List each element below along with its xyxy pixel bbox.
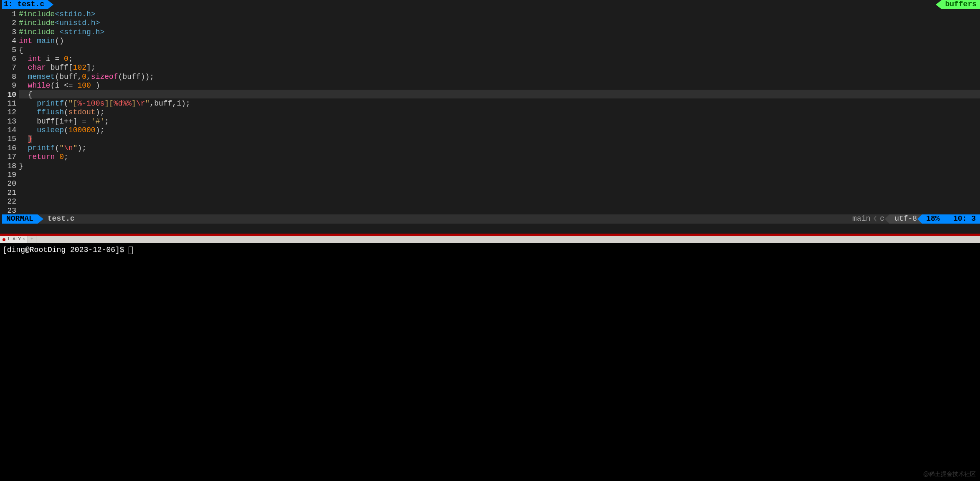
filetype-label: c <box>880 214 884 224</box>
line-number: 22 <box>2 196 16 205</box>
line-number: 23 <box>2 206 16 214</box>
line-number: 6 <box>2 54 16 63</box>
line-number: 4 <box>2 36 16 45</box>
buffers-indicator[interactable]: buffers <box>942 0 980 9</box>
code-line[interactable]: memset(buff,0,sizeof(buff)); <box>19 72 980 81</box>
code-line[interactable]: #include<unistd.h> <box>19 18 980 27</box>
percent-label: 18% <box>926 214 939 224</box>
separator-icon: ❮ <box>871 214 880 224</box>
code-line[interactable]: #include<stdio.h> <box>19 9 980 18</box>
code-line[interactable]: printf("[%-100s][%d%%]\r",buff,i); <box>19 98 980 107</box>
line-number: 14 <box>2 125 16 134</box>
line-number: 2 <box>2 18 16 27</box>
buffer-tab[interactable]: 1: test.c <box>2 0 48 9</box>
line-number: 16 <box>2 143 16 152</box>
status-spacer <box>79 214 848 224</box>
code-line[interactable]: } <box>19 134 980 143</box>
line-number: 12 <box>2 107 16 116</box>
activity-dot-icon <box>3 238 5 241</box>
vim-mode-label: NORMAL <box>6 214 33 224</box>
command-line[interactable] <box>2 224 980 233</box>
terminal-tab-label: 1 ALY <box>7 236 21 242</box>
close-icon[interactable]: × <box>23 237 25 242</box>
line-number: 10 <box>2 90 16 98</box>
line-number: 21 <box>2 188 16 196</box>
code-line[interactable]: return 0; <box>19 152 980 161</box>
cursor-icon <box>129 247 133 254</box>
code-line-empty[interactable] <box>19 196 980 205</box>
line-number: 19 <box>2 170 16 179</box>
plus-icon: + <box>30 236 33 242</box>
encoding-label: utf-8 <box>894 214 917 224</box>
git-branch-label: main <box>852 214 870 224</box>
watermark-text: @稀土掘金技术社区 <box>923 471 976 477</box>
line-number-gutter: 1234567891011121314151617181920212223 <box>2 9 19 214</box>
status-git-branch: main ❮ c <box>847 214 889 224</box>
line-number: 15 <box>2 134 16 143</box>
buffers-label: buffers <box>945 0 977 10</box>
code-line[interactable]: #include <string.h> <box>19 27 980 36</box>
code-line[interactable]: { <box>19 45 980 54</box>
terminal-pane[interactable]: [ding@RootDing 2023-12-06]$ <box>0 243 980 481</box>
status-position: 18% 10: 3 <box>922 214 980 224</box>
code-line[interactable]: buff[i++] = '#'; <box>19 116 980 125</box>
terminal-tab[interactable]: 1 ALY × <box>0 236 28 243</box>
line-number: 18 <box>2 161 16 170</box>
position-gap <box>940 214 953 224</box>
line-number: 20 <box>2 179 16 187</box>
line-number: 8 <box>2 72 16 81</box>
code-lines[interactable]: #include<stdio.h> #include<unistd.h> #in… <box>19 9 980 214</box>
code-line-empty[interactable] <box>19 179 980 187</box>
add-tab-button[interactable]: + <box>28 236 36 243</box>
line-number: 5 <box>2 45 16 54</box>
status-filename-label: test.c <box>48 214 75 224</box>
editor-pane: 1: test.c buffers 1234567891011121314151… <box>0 0 980 234</box>
line-number: 11 <box>2 98 16 107</box>
code-line[interactable]: while(i <= 100 ) <box>19 81 980 89</box>
status-filename: test.c <box>38 214 79 224</box>
code-line-empty[interactable] <box>19 188 980 196</box>
code-line[interactable]: usleep(100000); <box>19 125 980 134</box>
line-number: 1 <box>2 9 16 18</box>
code-line-empty[interactable] <box>19 170 980 179</box>
buffer-tab-label: 1: test.c <box>4 0 44 10</box>
code-line[interactable]: char buff[102]; <box>19 63 980 71</box>
line-col-label: 10: 3 <box>953 214 976 224</box>
vim-mode-indicator: NORMAL <box>2 214 38 224</box>
code-line[interactable]: printf("\n"); <box>19 143 980 152</box>
line-number: 17 <box>2 152 16 161</box>
status-line: NORMAL test.c main ❮ c utf-8 18% 10: 3 <box>2 214 980 224</box>
code-line[interactable]: int main() <box>19 36 980 45</box>
code-line[interactable]: fflush(stdout); <box>19 107 980 116</box>
line-number: 9 <box>2 81 16 89</box>
code-line[interactable]: } <box>19 161 980 170</box>
code-line-empty[interactable] <box>19 206 980 214</box>
line-number: 3 <box>2 27 16 36</box>
terminal-tab-bar: 1 ALY × + <box>0 236 980 243</box>
terminal-line[interactable]: [ding@RootDing 2023-12-06]$ <box>3 245 977 255</box>
code-line[interactable]: int i = 0; <box>19 54 980 63</box>
line-number: 13 <box>2 116 16 125</box>
code-line-current[interactable]: { <box>19 90 980 98</box>
line-number: 7 <box>2 63 16 71</box>
tab-bar: 1: test.c buffers <box>2 0 980 9</box>
shell-prompt: [ding@RootDing 2023-12-06]$ <box>3 246 129 254</box>
watermark: @稀土掘金技术社区 <box>923 470 976 478</box>
code-area[interactable]: 1234567891011121314151617181920212223 #i… <box>2 9 980 214</box>
